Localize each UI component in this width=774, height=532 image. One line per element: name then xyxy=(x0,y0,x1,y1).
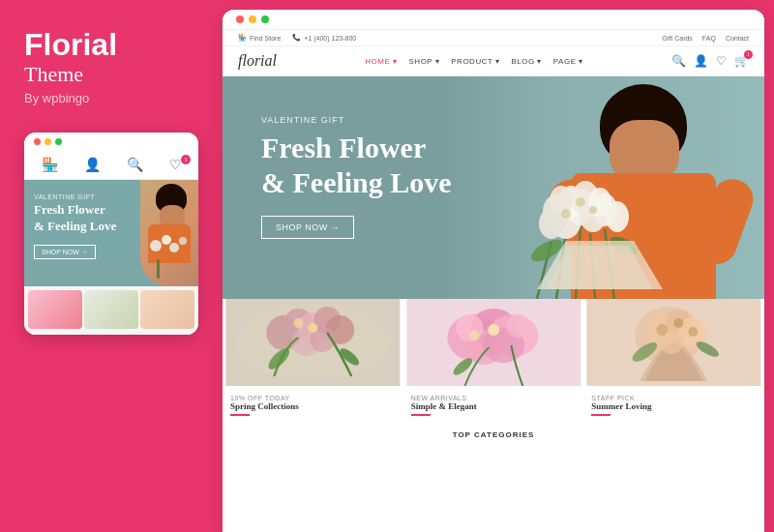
cart-count-badge: 1 xyxy=(181,155,191,164)
elegant-flower-image xyxy=(403,299,584,386)
utility-right: Gift Cards FAQ Contact xyxy=(662,35,749,42)
faq-link[interactable]: FAQ xyxy=(702,35,716,42)
hero-content: VALENTINE GIFT Fresh Flower & Feeling Lo… xyxy=(261,115,452,239)
find-store-link[interactable]: 🏪 Find Store xyxy=(238,34,281,42)
svg-point-53 xyxy=(689,327,699,337)
browser-topbar xyxy=(223,10,764,30)
mobile-hero: VALENTINE GIFT Fresh Flower& Feeling Lov… xyxy=(24,180,198,286)
contact-link[interactable]: Contact xyxy=(726,35,749,42)
nav-cart-icon[interactable]: 🛒 1 xyxy=(734,54,749,69)
brand-by: By wpbingo xyxy=(24,91,198,105)
dot-red xyxy=(34,138,41,145)
desktop-mockup: 🏪 Find Store 📞 +1 (400) 123-800 Gift Car… xyxy=(223,10,764,532)
svg-point-16 xyxy=(561,209,571,219)
summer-underline xyxy=(591,414,610,416)
summer-flower-image xyxy=(583,299,764,386)
product-card-spring[interactable]: 10% OFF TODAY Spring Collections xyxy=(223,299,403,425)
bouquet-svg xyxy=(479,154,692,299)
browser-dot-yellow xyxy=(249,15,256,23)
mobile-flowers-strip xyxy=(24,286,198,335)
nav-action-icons: 🔍 👤 ♡ 🛒 1 xyxy=(671,54,749,69)
dot-yellow xyxy=(45,138,51,145)
utility-left: 🏪 Find Store 📞 +1 (400) 123-800 xyxy=(238,34,356,42)
nav-wishlist-icon[interactable]: ♡ xyxy=(716,54,727,69)
svg-point-31 xyxy=(308,323,317,333)
nav-user-icon[interactable]: 👤 xyxy=(694,54,708,69)
spring-underline xyxy=(230,414,250,416)
svg-point-43 xyxy=(469,331,479,340)
phone-text: +1 (400) 123-800 xyxy=(304,35,356,42)
hero-title: Fresh Flower & Feeling Love xyxy=(261,131,452,200)
mobile-mockup: 🏪 👤 🔍 ♡ 1 VALENTINE GIFT Fresh Flower& F… xyxy=(24,133,198,335)
store-icon: 🏪 xyxy=(238,34,247,42)
summer-title: Summer Loving xyxy=(591,401,757,411)
hero-label: VALENTINE GIFT xyxy=(261,115,452,125)
mobile-hero-person xyxy=(140,180,198,286)
hero-person-figure xyxy=(474,76,764,299)
spring-title: Spring Collections xyxy=(230,401,396,411)
elegant-title: Simple & Elegant xyxy=(411,401,577,411)
find-store-text: Find Store xyxy=(250,35,281,42)
svg-point-18 xyxy=(589,206,597,214)
search-icon[interactable]: 🔍 xyxy=(127,157,143,173)
nav-page[interactable]: PAGE ▾ xyxy=(553,57,583,66)
card-elegant-info: NEW ARRIVALS Simple & Elegant xyxy=(403,390,584,421)
phone-icon: 📞 xyxy=(292,34,301,42)
hero-title-line1: Fresh Flower xyxy=(261,132,426,163)
gift-cards-link[interactable]: Gift Cards xyxy=(662,35,693,42)
svg-point-41 xyxy=(506,314,529,338)
brand-subtitle: Theme xyxy=(24,62,198,87)
svg-point-30 xyxy=(293,318,303,328)
nav-blog[interactable]: BLOG ▾ xyxy=(511,57,541,66)
nav-home[interactable]: HOME ▾ xyxy=(365,57,397,66)
browser-dot-green xyxy=(261,15,269,23)
svg-point-17 xyxy=(576,197,585,207)
phone-link[interactable]: 📞 +1 (400) 123-800 xyxy=(292,34,356,42)
left-panel: Florial Theme By wpbingo 🏪 👤 🔍 ♡ 1 VALEN… xyxy=(0,0,223,532)
nav-search-icon[interactable]: 🔍 xyxy=(671,54,686,69)
svg-point-42 xyxy=(488,324,499,336)
heart-icon[interactable]: ♡ xyxy=(169,157,182,173)
nav-shop[interactable]: SHOP ▾ xyxy=(409,57,440,66)
browser-dot-red xyxy=(236,15,244,23)
cart-badge: 1 xyxy=(744,50,753,59)
main-navigation: florial HOME ▾ SHOP ▾ PRODUCT ▾ BLOG ▾ P… xyxy=(223,46,764,76)
nav-links: HOME ▾ SHOP ▾ PRODUCT ▾ BLOG ▾ PAGE ▾ xyxy=(365,57,582,66)
site-utility-bar: 🏪 Find Store 📞 +1 (400) 123-800 Gift Car… xyxy=(223,30,764,46)
card-summer-info: STAFF PICK Summer Loving xyxy=(583,390,764,421)
mobile-shop-button[interactable]: SHOP NOW → xyxy=(34,245,96,259)
hero-title-line2: & Feeling Love xyxy=(261,166,452,198)
hero-section: VALENTINE GIFT Fresh Flower & Feeling Lo… xyxy=(223,76,764,299)
brand-name: Florial xyxy=(24,29,198,60)
product-card-elegant[interactable]: NEW ARRIVALS Simple & Elegant xyxy=(403,299,584,425)
hero-shop-button[interactable]: SHOP NOW → xyxy=(261,216,354,239)
nav-product[interactable]: PRODUCT ▾ xyxy=(451,57,499,66)
site-logo[interactable]: florial xyxy=(238,52,277,70)
product-cards-row: 10% OFF TODAY Spring Collections xyxy=(223,299,764,425)
product-card-summer[interactable]: STAFF PICK Summer Loving xyxy=(583,299,764,425)
mobile-flower-1 xyxy=(28,290,82,329)
store-icon[interactable]: 🏪 xyxy=(42,157,58,173)
user-icon[interactable]: 👤 xyxy=(84,157,101,173)
dot-green xyxy=(55,138,62,145)
top-categories-label: TOP CATEGORIES xyxy=(223,425,764,445)
mobile-flower-2 xyxy=(84,290,138,329)
summer-badge: STAFF PICK xyxy=(591,395,757,401)
mobile-topbar xyxy=(24,133,198,151)
svg-point-51 xyxy=(657,324,669,336)
svg-point-52 xyxy=(674,318,684,328)
mobile-nav: 🏪 👤 🔍 ♡ 1 xyxy=(24,151,198,180)
spring-flower-image xyxy=(223,299,403,386)
mobile-flower-3 xyxy=(140,290,194,329)
elegant-badge: NEW ARRIVALS xyxy=(411,395,577,401)
card-spring-info: 10% OFF TODAY Spring Collections xyxy=(223,390,403,421)
elegant-underline xyxy=(411,414,431,416)
svg-point-40 xyxy=(456,314,483,341)
spring-badge: 10% OFF TODAY xyxy=(230,395,396,401)
